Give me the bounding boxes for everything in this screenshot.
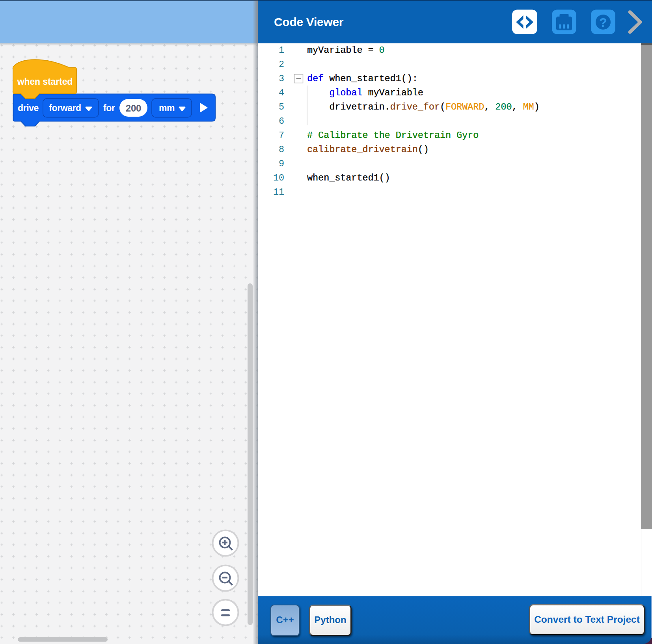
svg-text:forward: forward bbox=[49, 103, 81, 113]
svg-text:drive: drive bbox=[18, 103, 39, 113]
svg-text:mm: mm bbox=[159, 103, 175, 113]
svg-text:?: ? bbox=[599, 15, 607, 30]
svg-text:for: for bbox=[103, 103, 115, 113]
svg-text:when started: when started bbox=[17, 76, 73, 87]
svg-text:200: 200 bbox=[126, 103, 141, 114]
